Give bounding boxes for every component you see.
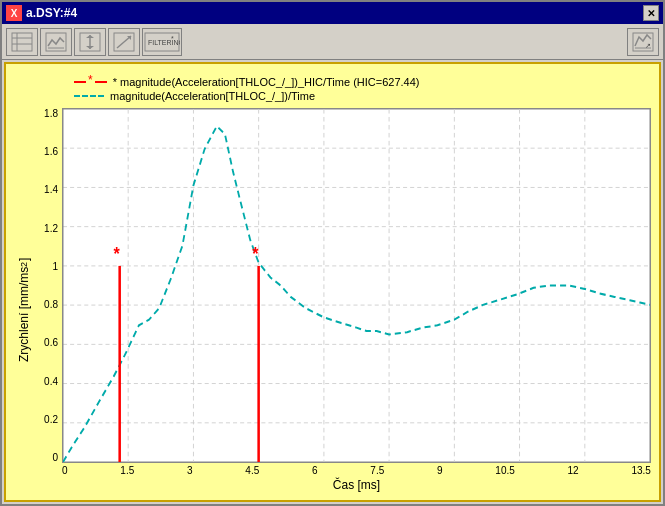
window-icon: X [6,5,22,21]
toolbar-btn-filtering[interactable]: FILTERING * [142,28,182,56]
legend-item-1: * * magnitude(Acceleration[THLOC_/_])_HI… [74,76,643,88]
legend-item-2: magnitude(Acceleration[THLOC_/_])/Time [74,90,643,102]
y-tick-labels: 0 0.2 0.4 0.6 0.8 1 1.2 1.4 1.6 1.8 [34,108,62,463]
plot-and-xaxis: 0 0.2 0.4 0.6 0.8 1 1.2 1.4 1.6 1.8 [34,108,651,492]
chart-svg: * * [63,109,650,462]
chart-inner: * * magnitude(Acceleration[THLOC_/_])_HI… [6,64,659,500]
toolbar-btn-2[interactable] [40,28,72,56]
legend-label-1: * magnitude(Acceleration[THLOC_/_])_HIC/… [113,76,420,88]
svg-rect-0 [12,33,32,51]
legend: * * magnitude(Acceleration[THLOC_/_])_HI… [14,72,651,102]
chart-plot: * * [62,108,651,463]
title-bar: X a.DSY:#4 ✕ [2,2,663,24]
svg-text:*: * [252,244,259,265]
plot-with-yticks: 0 0.2 0.4 0.6 0.8 1 1.2 1.4 1.6 1.8 [34,108,651,463]
svg-text:FILTERING: FILTERING [148,39,180,46]
title-bar-left: X a.DSY:#4 [6,5,77,21]
chart-container: * * magnitude(Acceleration[THLOC_/_])_HI… [4,62,661,502]
toolbar-btn-right[interactable]: ↗ [627,28,659,56]
legend-label-2: magnitude(Acceleration[THLOC_/_])/Time [110,90,315,102]
chart-plot-area: Zrychlení [mm/ms2] 0 0.2 0.4 0.6 0.8 1 [14,108,651,492]
x-tick-labels: 0 1.5 3 4.5 6 7.5 9 10.5 12 13.5 [62,463,651,476]
svg-marker-9 [86,46,94,49]
svg-text:*: * [114,244,121,265]
toolbar-btn-1[interactable] [6,28,38,56]
toolbar: FILTERING * ↗ [2,24,663,60]
x-axis-label: Čas [ms] [62,478,651,492]
svg-marker-8 [86,35,94,38]
main-window: X a.DSY:#4 ✕ [0,0,665,506]
svg-text:↗: ↗ [645,42,651,49]
toolbar-btn-3[interactable] [74,28,106,56]
y-axis-label: Zrychlení [mm/ms2] [14,108,34,492]
close-button[interactable]: ✕ [643,5,659,21]
toolbar-btn-4[interactable] [108,28,140,56]
window-title: a.DSY:#4 [26,6,77,20]
svg-text:*: * [171,35,174,42]
